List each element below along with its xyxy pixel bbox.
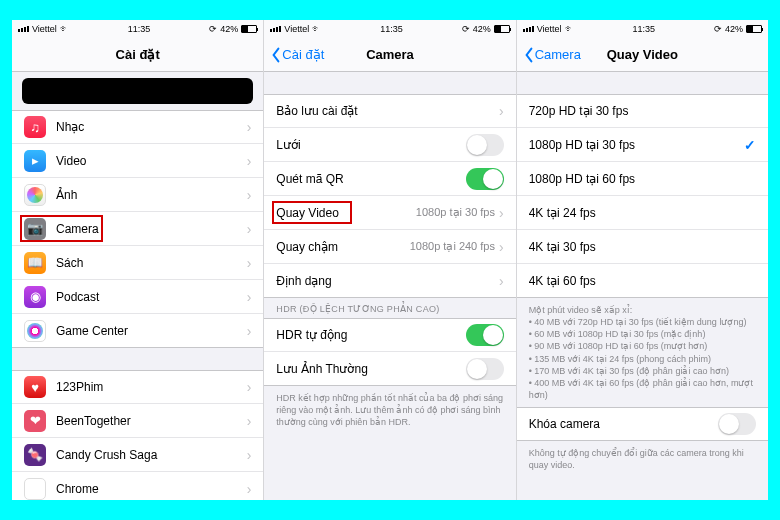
row-label: Sách xyxy=(56,256,247,270)
group-footer: Một phút video sẽ xấp xỉ: • 40 MB với 72… xyxy=(517,298,768,407)
page-title: Cài đặt xyxy=(12,47,263,62)
settings-row[interactable]: ❤BeenTogether› xyxy=(12,404,263,438)
toggle-switch[interactable] xyxy=(466,358,504,380)
row-label: Quay chậm xyxy=(276,240,409,254)
row-label: Game Center xyxy=(56,324,247,338)
row-label: Chrome xyxy=(56,482,247,496)
wifi-icon: ᯤ xyxy=(60,24,69,34)
row-label: Video xyxy=(56,154,247,168)
pane-record-video: Viettelᯤ 11:35 ⟳42% Camera Quay Video 72… xyxy=(517,20,768,500)
chevron-right-icon: › xyxy=(247,379,252,395)
chevron-right-icon: › xyxy=(247,481,252,497)
settings-row[interactable]: ◉Podcast› xyxy=(12,280,263,314)
battery-pct: 42% xyxy=(725,24,743,34)
chevron-right-icon: › xyxy=(499,239,504,255)
settings-row[interactable]: Lưới xyxy=(264,128,515,162)
row-label: Nhạc xyxy=(56,120,247,134)
gc-icon xyxy=(24,320,46,342)
sync-icon: ⟳ xyxy=(462,24,470,34)
row-label: Ảnh xyxy=(56,188,247,202)
settings-row[interactable]: Quay chậm1080p tại 240 fps› xyxy=(264,230,515,264)
row-label: BeenTogether xyxy=(56,414,247,428)
app4-icon: ◉ xyxy=(24,478,46,500)
settings-row[interactable]: 🍬Candy Crush Saga› xyxy=(12,438,263,472)
settings-row[interactable]: Game Center› xyxy=(12,314,263,348)
chevron-right-icon: › xyxy=(247,221,252,237)
settings-row[interactable]: 📖Sách› xyxy=(12,246,263,280)
video-option-row[interactable]: 4K tại 60 fps xyxy=(517,264,768,298)
row-label: 4K tại 60 fps xyxy=(529,274,756,288)
carrier: Viettel xyxy=(32,24,57,34)
row-label: Candy Crush Saga xyxy=(56,448,247,462)
row-label: Khóa camera xyxy=(529,417,718,431)
battery-pct: 42% xyxy=(473,24,491,34)
row-value: 1080p tại 240 fps xyxy=(410,240,495,253)
video-option-row[interactable]: 4K tại 30 fps xyxy=(517,230,768,264)
settings-row[interactable]: Định dạng› xyxy=(264,264,515,298)
chevron-right-icon: › xyxy=(247,289,252,305)
back-label: Cài đặt xyxy=(282,47,324,62)
settings-row[interactable]: ♥123Phim› xyxy=(12,370,263,404)
titlebar: Camera Quay Video xyxy=(517,38,768,72)
settings-row[interactable]: ♫Nhạc› xyxy=(12,110,263,144)
row-value: 1080p tại 30 fps xyxy=(416,206,495,219)
settings-row[interactable]: Ảnh› xyxy=(12,178,263,212)
chevron-right-icon: › xyxy=(247,119,252,135)
row-label: 4K tại 30 fps xyxy=(529,240,756,254)
clock: 11:35 xyxy=(632,24,655,34)
toggle-switch[interactable] xyxy=(466,134,504,156)
photos-icon xyxy=(24,184,46,206)
row-label: Podcast xyxy=(56,290,247,304)
titlebar: Cài đặt xyxy=(12,38,263,72)
settings-row[interactable]: ◉Chrome› xyxy=(12,472,263,500)
chevron-right-icon: › xyxy=(499,273,504,289)
row-label: 1080p HD tại 30 fps xyxy=(529,138,744,152)
group-footer: HDR kết hợp những phần tốt nhất của ba đ… xyxy=(264,386,515,434)
row-label: Quét mã QR xyxy=(276,172,465,186)
chevron-right-icon: › xyxy=(247,255,252,271)
video-option-row[interactable]: 1080p HD tại 60 fps xyxy=(517,162,768,196)
toggle-switch[interactable] xyxy=(466,324,504,346)
battery-icon xyxy=(746,25,762,33)
row-label: Bảo lưu cài đặt xyxy=(276,104,499,118)
settings-row[interactable]: Quét mã QR xyxy=(264,162,515,196)
podcast-icon: ◉ xyxy=(24,286,46,308)
settings-row[interactable]: Bảo lưu cài đặt› xyxy=(264,94,515,128)
checkmark-icon: ✓ xyxy=(744,137,756,153)
app3-icon: 🍬 xyxy=(24,444,46,466)
carrier: Viettel xyxy=(537,24,562,34)
sync-icon: ⟳ xyxy=(714,24,722,34)
back-button[interactable]: Cài đặt xyxy=(270,47,324,63)
battery-icon xyxy=(494,25,510,33)
titlebar: Cài đặt Camera xyxy=(264,38,515,72)
settings-row[interactable]: 📷Camera› xyxy=(12,212,263,246)
pane-camera: Viettelᯤ 11:35 ⟳42% Cài đặt Camera Bảo l… xyxy=(264,20,516,500)
row-label: 1080p HD tại 60 fps xyxy=(529,172,756,186)
settings-row[interactable]: Lưu Ảnh Thường xyxy=(264,352,515,386)
obscured-row xyxy=(22,78,253,104)
toggle-switch[interactable] xyxy=(718,413,756,435)
clock: 11:35 xyxy=(380,24,403,34)
settings-row[interactable]: HDR tự động xyxy=(264,318,515,352)
video-option-row[interactable]: 4K tại 24 fps xyxy=(517,196,768,230)
music-icon: ♫ xyxy=(24,116,46,138)
signal-icon xyxy=(523,26,534,32)
video-option-row[interactable]: 720p HD tại 30 fps xyxy=(517,94,768,128)
chevron-right-icon: › xyxy=(247,413,252,429)
app1-icon: ♥ xyxy=(24,376,46,398)
chevron-right-icon: › xyxy=(247,323,252,339)
row-label: Camera xyxy=(56,222,247,236)
back-button[interactable]: Camera xyxy=(523,47,581,63)
row-label: 4K tại 24 fps xyxy=(529,206,756,220)
settings-row[interactable]: Khóa camera xyxy=(517,407,768,441)
row-label: Lưới xyxy=(276,138,465,152)
toggle-switch[interactable] xyxy=(466,168,504,190)
battery-pct: 42% xyxy=(220,24,238,34)
status-bar: Viettelᯤ 11:35 ⟳42% xyxy=(264,20,515,38)
video-option-row[interactable]: 1080p HD tại 30 fps✓ xyxy=(517,128,768,162)
signal-icon xyxy=(18,26,29,32)
settings-row[interactable]: ▸Video› xyxy=(12,144,263,178)
status-bar: Viettelᯤ 11:35 ⟳42% xyxy=(517,20,768,38)
settings-row[interactable]: Quay Video1080p tại 30 fps› xyxy=(264,196,515,230)
app2-icon: ❤ xyxy=(24,410,46,432)
